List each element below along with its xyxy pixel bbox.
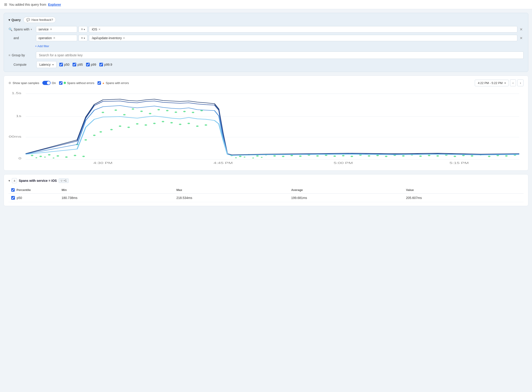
- span-samples-toggle[interactable]: On: [42, 81, 56, 85]
- col-percentile: Percentile: [11, 188, 62, 192]
- svg-point-44: [183, 111, 186, 112]
- svg-point-55: [299, 155, 301, 157]
- explorer-link[interactable]: Explorer: [48, 3, 61, 6]
- svg-point-36: [115, 109, 117, 111]
- chevron-down-icon-spans[interactable]: ▾: [31, 28, 32, 31]
- next-time-button[interactable]: ›: [517, 79, 523, 86]
- p50-checkbox[interactable]: [59, 63, 63, 66]
- svg-point-42: [166, 110, 168, 111]
- table-header: Percentile Min Max Average Value: [9, 186, 523, 194]
- svg-point-30: [170, 122, 173, 123]
- filter-1-operator[interactable]: = ▾: [79, 26, 88, 33]
- with-errors-checkbox[interactable]: [97, 81, 101, 85]
- filter-2-value-clear[interactable]: ✕: [123, 37, 125, 40]
- p95-checkbox[interactable]: [73, 63, 76, 66]
- svg-text:4:30 PM: 4:30 PM: [93, 161, 113, 164]
- svg-point-35: [102, 112, 104, 113]
- compute-label-text: Compute: [14, 63, 27, 66]
- svg-point-67: [402, 155, 404, 157]
- legend-with-errors[interactable]: ▲ Spans with errors: [97, 81, 129, 85]
- time-range-value: 4:22 PM - 5:22 PM: [478, 81, 502, 85]
- filter-1-field[interactable]: service ✕: [36, 26, 77, 33]
- svg-point-69: [419, 155, 422, 157]
- chart-controls: ⚙ Show span samples On Spans without err…: [9, 79, 523, 86]
- p99-check[interactable]: p99: [86, 63, 96, 66]
- svg-point-59: [333, 155, 336, 157]
- add-filter-button[interactable]: + Add filter: [35, 43, 49, 49]
- filter-1-field-clear[interactable]: ✕: [50, 28, 52, 31]
- filter-1-row-remove[interactable]: ✕: [519, 26, 523, 33]
- latency-chart: 1.5s 1s 500ms 0 4:30 PM 4:45 PM 5:00 PM …: [9, 89, 523, 167]
- filter-2-operator[interactable]: = ▾: [79, 35, 88, 41]
- time-range-button[interactable]: 4:22 PM - 5:22 PM ▾: [475, 80, 509, 86]
- chevron-down-icon-op1: ▾: [84, 28, 85, 31]
- toggle-on-indicator[interactable]: [42, 81, 51, 85]
- filter-2-value-tag: /api/update-inventory ✕: [92, 36, 125, 40]
- grid-icon: ⊞: [4, 2, 7, 7]
- with-errors-label: Spans with errors: [106, 81, 129, 85]
- search-icon: 🔍: [9, 28, 12, 31]
- col-min: Min: [62, 188, 176, 192]
- svg-point-43: [175, 112, 177, 113]
- percentile-cell: p50: [11, 196, 62, 200]
- svg-point-12: [31, 155, 33, 156]
- query-toggle[interactable]: ▾ Query: [9, 18, 21, 22]
- compute-metric-value: Latency: [39, 63, 51, 66]
- p50-row-checkbox[interactable]: [11, 196, 15, 200]
- compute-row: Compute Latency ▾ p50 p95 p99: [9, 61, 523, 68]
- p999-label: p99.9: [104, 63, 112, 66]
- feedback-label: Have feedback?: [31, 18, 53, 22]
- svg-point-31: [179, 124, 181, 125]
- filter-badge[interactable]: ▽ +1: [59, 178, 69, 183]
- svg-point-83: [252, 158, 254, 159]
- legend-no-errors[interactable]: Spans without errors: [59, 81, 94, 85]
- prev-time-button[interactable]: ‹: [510, 79, 516, 86]
- compute-label: Compute: [9, 63, 34, 66]
- filter-2-field-clear[interactable]: ✕: [53, 36, 56, 40]
- filter-2-field[interactable]: operation ✕: [36, 35, 77, 41]
- filter-1-value-clear[interactable]: ✕: [98, 28, 101, 31]
- top-bar: ⊞ You added this query from Explorer: [0, 0, 532, 9]
- col-value: Value: [406, 188, 521, 192]
- error-triangle-icon: ▲: [102, 82, 105, 84]
- results-chevron[interactable]: ▾: [9, 179, 10, 182]
- svg-point-60: [342, 155, 345, 156]
- svg-point-38: [132, 108, 134, 110]
- p50-min: 180.738ms: [62, 196, 176, 200]
- svg-point-75: [471, 155, 473, 157]
- svg-point-18: [82, 156, 85, 157]
- p95-check[interactable]: p95: [73, 63, 83, 66]
- svg-point-50: [256, 155, 259, 157]
- compute-metric-select[interactable]: Latency ▾: [36, 61, 56, 68]
- svg-point-48: [239, 156, 241, 157]
- p999-check[interactable]: p99.9: [99, 63, 112, 66]
- feedback-button[interactable]: 💬 Have feedback?: [23, 17, 56, 23]
- filter-row-1: 🔍 Spans with ▾ service ✕ = ▾ iOS ✕: [9, 26, 523, 33]
- svg-point-77: [488, 156, 490, 157]
- no-errors-checkbox[interactable]: [59, 81, 62, 85]
- group-by-input[interactable]: [36, 51, 523, 59]
- svg-text:5:00 PM: 5:00 PM: [334, 161, 353, 164]
- svg-point-87: [53, 158, 55, 159]
- p999-checkbox[interactable]: [99, 63, 103, 66]
- p99-checkbox[interactable]: [86, 63, 90, 66]
- filter-2-row-remove[interactable]: ✕: [519, 35, 523, 41]
- select-all-checkbox[interactable]: [11, 188, 15, 192]
- svg-point-73: [453, 156, 456, 157]
- svg-point-57: [316, 155, 319, 157]
- results-panel: ▾ a Spans with service = iOS ▽ +1 Percen…: [4, 174, 528, 206]
- filter-1-value-tag: iOS ✕: [92, 28, 100, 31]
- svg-point-71: [436, 155, 439, 157]
- svg-point-32: [187, 123, 190, 124]
- group-by-label: ≡ Group by: [9, 53, 34, 57]
- query-toggle-label: Query: [11, 18, 21, 22]
- p50-check[interactable]: p50: [59, 63, 69, 66]
- chevron-down-icon: ▾: [9, 18, 10, 22]
- time-range-control: 4:22 PM - 5:22 PM ▾ ‹ ›: [475, 79, 523, 86]
- svg-point-33: [196, 126, 199, 127]
- p50-row-label: p50: [17, 196, 22, 200]
- filter-1-operator-value: =: [81, 28, 83, 31]
- col-max: Max: [176, 188, 291, 192]
- svg-point-21: [93, 135, 95, 136]
- filter-label-spans: 🔍 Spans with ▾: [9, 28, 34, 31]
